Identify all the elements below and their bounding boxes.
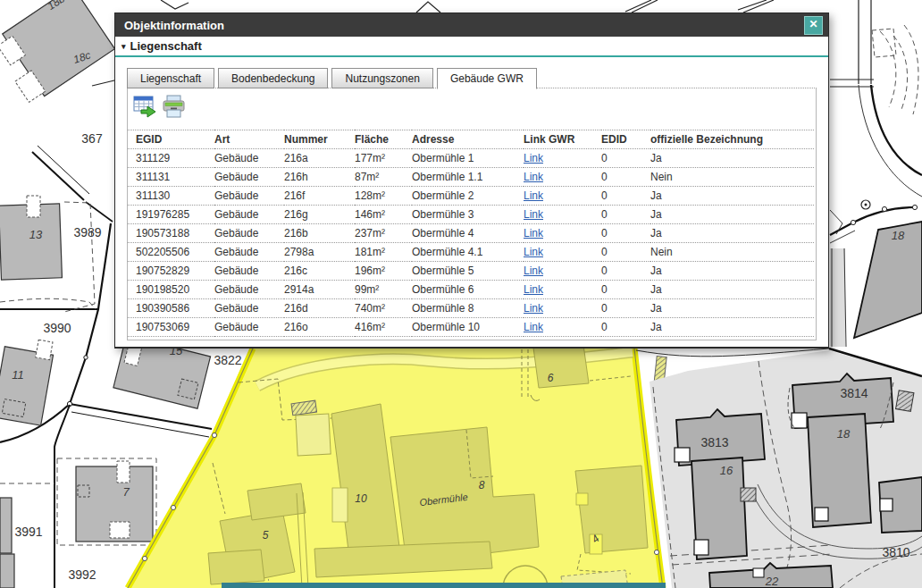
table-cell: 502205506 bbox=[128, 243, 214, 262]
map-label: 3990 bbox=[43, 321, 71, 335]
map-label: 18 bbox=[837, 427, 851, 441]
map-label: 22 bbox=[765, 575, 779, 588]
table-cell: 2914a bbox=[284, 281, 355, 299]
cell-link-gwr: Link bbox=[524, 299, 601, 318]
table-cell: Gebäude bbox=[214, 168, 284, 187]
table-cell: Ja bbox=[650, 149, 814, 168]
table-cell: Obermühle 8 bbox=[412, 299, 524, 318]
section-header-liegenschaft[interactable]: ▾ Liegenschaft bbox=[115, 37, 828, 57]
table-cell: Ja bbox=[650, 299, 814, 318]
close-icon[interactable]: ✕ bbox=[804, 16, 823, 35]
dialog-title: Objektinformation bbox=[124, 19, 804, 32]
table-cell: 181m² bbox=[355, 243, 412, 262]
table-cell: Obermühle 4.1 bbox=[412, 243, 524, 262]
table-cell: Obermühle 1 bbox=[412, 149, 524, 168]
gwr-link[interactable]: Link bbox=[524, 227, 543, 239]
table-cell: 99m² bbox=[355, 281, 412, 299]
table-row: 190390586Gebäude216d740m²Obermühle 8Link… bbox=[128, 299, 814, 318]
cell-link-gwr: Link bbox=[524, 243, 601, 262]
gebaeude-gwr-table: EGIDArtNummerFlächeAdresseLink GWREDIDof… bbox=[128, 130, 814, 337]
column-header: EDID bbox=[601, 130, 650, 149]
map-label: 16 bbox=[720, 464, 733, 477]
table-cell: 190753069 bbox=[128, 318, 214, 337]
table-cell: 191976285 bbox=[128, 206, 214, 224]
tab-liegenschaft[interactable]: Liegenschaft bbox=[127, 68, 214, 88]
tab-geb-ude-gwr[interactable]: Gebäude GWR bbox=[437, 68, 537, 89]
map-label: 3810 bbox=[882, 545, 909, 559]
table-cell: 0 bbox=[601, 243, 650, 262]
table-row: 311131Gebäude216h87m²Obermühle 1.1Link0N… bbox=[128, 168, 814, 187]
table-cell: 0 bbox=[601, 318, 650, 337]
table-cell: 0 bbox=[601, 187, 650, 206]
table-header-row: EGIDArtNummerFlächeAdresseLink GWREDIDof… bbox=[128, 130, 814, 149]
table-cell: 177m² bbox=[355, 149, 412, 168]
table-cell: Gebäude bbox=[214, 243, 284, 262]
gwr-link[interactable]: Link bbox=[524, 171, 543, 183]
table-cell: Ja bbox=[650, 224, 814, 243]
table-cell: 196m² bbox=[355, 262, 412, 281]
table-cell: Obermühle 6 bbox=[412, 281, 524, 299]
cell-link-gwr: Link bbox=[524, 262, 601, 281]
table-cell: 87m² bbox=[355, 168, 412, 187]
table-cell: Gebäude bbox=[214, 206, 284, 224]
gwr-link[interactable]: Link bbox=[524, 283, 543, 296]
map-label: 13 bbox=[29, 228, 43, 241]
map-right-area bbox=[636, 349, 922, 588]
cell-link-gwr: Link bbox=[524, 318, 601, 337]
table-cell: Obermühle 10 bbox=[412, 318, 524, 337]
gwr-link[interactable]: Link bbox=[524, 302, 543, 315]
cell-link-gwr: Link bbox=[524, 224, 601, 243]
export-table-icon[interactable] bbox=[133, 95, 157, 119]
table-cell: Nein bbox=[650, 168, 814, 187]
gwr-link[interactable]: Link bbox=[524, 189, 543, 202]
dialog-titlebar[interactable]: Objektinformation ✕ bbox=[115, 13, 828, 37]
table-cell: Obermühle 2 bbox=[412, 187, 524, 206]
table-cell: 216o bbox=[284, 318, 355, 337]
table-cell: 2798a bbox=[284, 243, 355, 262]
tab-content-panel: EGIDArtNummerFlächeAdresseLink GWREDIDof… bbox=[127, 88, 817, 340]
column-header: Adresse bbox=[412, 130, 524, 149]
map-label: 18 bbox=[892, 229, 905, 242]
gwr-link[interactable]: Link bbox=[524, 265, 543, 277]
table-row: 190752829Gebäude216c196m²Obermühle 5Link… bbox=[128, 262, 814, 281]
gwr-link[interactable]: Link bbox=[524, 321, 543, 333]
table-cell: Nein bbox=[650, 243, 814, 262]
table-cell: Ja bbox=[650, 281, 814, 299]
column-header: EGID bbox=[128, 130, 214, 149]
print-icon[interactable] bbox=[162, 95, 186, 119]
table-row: 311130Gebäude216f128m²Obermühle 2Link0Ja bbox=[128, 187, 814, 206]
table-cell: 0 bbox=[601, 168, 650, 187]
table-cell: 216a bbox=[284, 149, 355, 168]
tab-nutzungszonen[interactable]: Nutzungszonen bbox=[331, 68, 432, 88]
map-label: 3814 bbox=[840, 386, 868, 400]
table-cell: 216f bbox=[284, 187, 355, 206]
map-label: 3991 bbox=[14, 525, 42, 539]
table-cell: 190752829 bbox=[128, 262, 214, 281]
map-label: 5 bbox=[263, 529, 269, 542]
table-toolbar bbox=[128, 88, 816, 119]
table-cell: 216h bbox=[284, 168, 355, 187]
table-row: 190198520Gebäude2914a99m²Obermühle 6Link… bbox=[128, 281, 814, 299]
tab-bodenbedeckung[interactable]: Bodenbedeckung bbox=[218, 68, 328, 88]
column-header: Link GWR bbox=[524, 130, 601, 149]
table-row: 311129Gebäude216a177m²Obermühle 1Link0Ja bbox=[128, 149, 814, 168]
table-cell: 0 bbox=[601, 206, 650, 224]
table-cell: 0 bbox=[601, 224, 650, 243]
table-cell: Ja bbox=[650, 206, 814, 224]
cell-link-gwr: Link bbox=[524, 281, 601, 299]
table-cell: 128m² bbox=[355, 187, 412, 206]
gwr-link[interactable]: Link bbox=[524, 246, 543, 258]
table-cell: 216b bbox=[284, 224, 355, 243]
table-body: 311129Gebäude216a177m²Obermühle 1Link0Ja… bbox=[128, 149, 814, 337]
table-cell: 190573188 bbox=[128, 224, 214, 243]
gwr-link[interactable]: Link bbox=[524, 152, 543, 164]
table-cell: 216c bbox=[284, 262, 355, 281]
map-label: 10 bbox=[355, 492, 367, 505]
gwr-link[interactable]: Link bbox=[524, 208, 543, 221]
table-cell: Gebäude bbox=[214, 224, 284, 243]
table-cell: 0 bbox=[601, 281, 650, 299]
table-cell: 190198520 bbox=[128, 281, 214, 299]
table-cell: Obermühle 3 bbox=[412, 206, 524, 224]
table-cell: Obermühle 4 bbox=[412, 224, 524, 243]
table-cell: 216d bbox=[284, 299, 355, 318]
